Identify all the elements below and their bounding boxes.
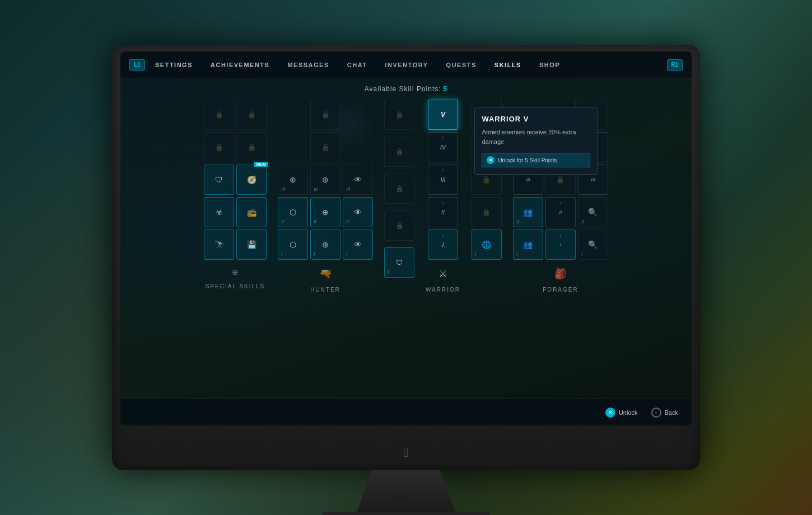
nav-chat[interactable]: CHAT (339, 58, 375, 72)
warrior-cell-i[interactable]: ↓ I (428, 230, 458, 260)
hunter-cell-5-1[interactable]: ⬡ I (278, 230, 308, 260)
crosshair4-icon: ⊕ (322, 240, 329, 249)
forager-cell-4-1[interactable]: 👥 II (513, 197, 543, 227)
bottom-bar: ✕ Unlock ○ Back (120, 399, 692, 425)
nav-shop[interactable]: SHOP (531, 58, 568, 72)
level-label: II (314, 219, 316, 224)
warrior-iv-label: IV (440, 144, 446, 151)
special-cell-5-2[interactable]: 💾 (236, 230, 267, 260)
crosshair-icon: ⊕ (290, 175, 296, 184)
mid-cell-2[interactable]: 🔒 (384, 137, 414, 167)
nav-achievements[interactable]: ACHIEVEMENTS (203, 58, 277, 72)
nav-quests[interactable]: QUESTS (438, 58, 484, 72)
level-label: II (516, 219, 519, 224)
warrior-v-label: V (441, 111, 445, 119)
special-cell-2-2[interactable]: 🔒 (236, 132, 267, 162)
mid-cell-4[interactable]: 🔒 (384, 210, 414, 241)
warrior-extra-4[interactable]: 🔒 (472, 197, 502, 227)
arrow-down-icon: ↓ (559, 232, 562, 238)
special-cell-3-2[interactable]: NEW 🧭 (236, 165, 267, 195)
forager-cell-5-1[interactable]: 👥 I (513, 230, 543, 260)
lock-icon: 🔒 (248, 111, 256, 119)
skills-container: 🔒 🔒 🔒 � (120, 100, 692, 293)
arrow-down-icon: ↓ (442, 199, 445, 205)
mid-cell-5[interactable]: 🛡 I (384, 247, 414, 278)
special-cell-1-2[interactable]: 🔒 (236, 100, 267, 130)
warrior-globe-cell[interactable]: 🌐 I (472, 230, 502, 260)
monitor-base (322, 512, 490, 515)
tooltip-unlock-action[interactable]: ✕ Unlock for 5 Skill Points (482, 153, 590, 167)
hunter-cell-3-1[interactable]: ⊕ III (278, 165, 308, 195)
level-label: I (475, 251, 477, 257)
warrior-i-label: I (442, 241, 444, 248)
ammo-icon: ⬡ (290, 208, 296, 217)
special-cell-4-1[interactable]: ☣ (204, 197, 234, 227)
lock-icon: 🔒 (321, 111, 330, 119)
hunter-cell-1-2[interactable]: 🔒 (310, 100, 340, 130)
lock-icon: 🔒 (395, 111, 404, 119)
nav-settings[interactable]: SETTINGS (147, 58, 200, 72)
level-label: II (559, 209, 562, 215)
level-label: II (281, 219, 284, 224)
level-label: I (516, 251, 518, 257)
hunter-cell-3-2[interactable]: ⊕ III (310, 165, 340, 195)
shield-icon: 🛡 (215, 175, 223, 184)
warrior-cell-iv[interactable]: ↓ IV (428, 132, 458, 162)
warrior-cell-ii[interactable]: ↓ II (428, 197, 458, 227)
hunter-cell-4-1[interactable]: ⬡ II (278, 197, 308, 227)
left-badge: L1 (129, 59, 145, 71)
o-button[interactable]: ○ (651, 408, 661, 418)
arrow-down-icon: ↓ (442, 134, 445, 141)
forager-cell-5-3[interactable]: 🔍 I (578, 230, 608, 260)
forager-cell-5-2[interactable]: ↓ I (545, 230, 576, 260)
nav-inventory[interactable]: INVENTORY (377, 58, 436, 72)
hunter-cell-4-2[interactable]: ⊕ II (310, 197, 340, 227)
level-label: III (526, 177, 530, 182)
hunter-cell-3-3[interactable]: 👁 III (343, 165, 373, 195)
lock-icon: 🔒 (395, 148, 404, 156)
level-label: I (346, 251, 348, 257)
unlock-label: Unlock (619, 409, 638, 416)
level-label: III (314, 186, 318, 192)
special-cell-1-1[interactable]: 🔒 (204, 100, 234, 130)
x-button[interactable]: ✕ (605, 408, 615, 418)
hunter-cell-5-2[interactable]: ⊕ I (310, 230, 340, 260)
category-warrior: V ↓ IV (426, 100, 460, 293)
hunter-cell-2-2[interactable]: 🔒 (310, 132, 340, 162)
skill-tooltip: WARRIOR V Armed enemies receive 20% extr… (474, 107, 598, 175)
special-cell-2-1[interactable]: 🔒 (204, 132, 234, 162)
hunter-cell-4-3[interactable]: 👁 II (343, 197, 373, 227)
hunter-cell-5-3[interactable]: 👁 I (343, 230, 373, 260)
navbar: L1 SETTINGS ACHIEVEMENTS MESSAGES CHAT I… (120, 52, 692, 78)
tooltip-description: Armed enemies receive 20% extra damage (482, 128, 590, 146)
mid-cell-3[interactable]: 🔒 (384, 174, 414, 204)
warrior-ii-label: II (441, 209, 445, 216)
crosshair3-icon: ⊕ (322, 208, 329, 217)
special-cell-3-1[interactable]: 🛡 (204, 165, 234, 195)
warrior-cell-v[interactable]: V (428, 100, 458, 130)
biohazard-icon: ☣ (216, 208, 223, 217)
special-cell-5-1[interactable]: 🔭 (204, 230, 234, 260)
back-action[interactable]: ○ Back (651, 408, 678, 418)
monitor: L1 SETTINGS ACHIEVEMENTS MESSAGES CHAT I… (112, 45, 700, 470)
forager-cell-4-2[interactable]: ↓ II (545, 197, 576, 227)
forager-category-icon: 🎒 (554, 268, 567, 280)
main-area: Available Skill Points: 5 WARRIOR V Arme… (120, 78, 692, 399)
nav-messages[interactable]: MESSAGES (279, 58, 337, 72)
back-label: Back (665, 409, 678, 416)
skill-points-label: Available Skill Points: (365, 85, 441, 93)
globe-icon: 🌐 (482, 240, 491, 249)
nav-skills[interactable]: SKILLS (487, 58, 529, 72)
forager-cell-4-3[interactable]: 🔍 II (578, 197, 608, 227)
unlock-action[interactable]: ✕ Unlock (605, 408, 638, 418)
arrow-down-icon: ↓ (442, 232, 445, 238)
warrior-cell-iii[interactable]: ↓ III (428, 165, 458, 195)
x-circle-icon: ✕ (487, 156, 494, 164)
lock-icon: 🔒 (482, 208, 491, 216)
special-cell-4-2[interactable]: 📻 (236, 197, 267, 227)
search2-icon: 🔍 (588, 240, 598, 249)
level-label: III (591, 177, 595, 182)
compass-icon: 🧭 (247, 175, 256, 184)
level-label: I (281, 251, 283, 257)
mid-cell-1[interactable]: 🔒 (384, 100, 414, 130)
